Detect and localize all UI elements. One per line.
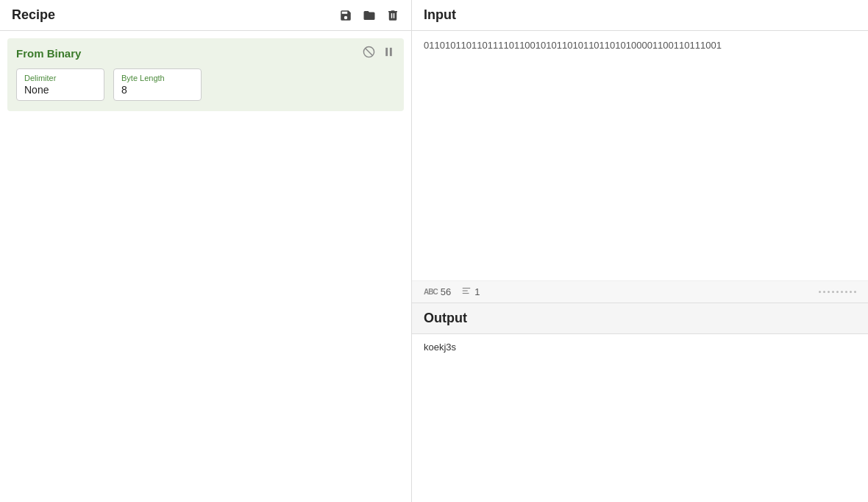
save-icon	[339, 9, 352, 22]
recipe-steps: From Binary	[0, 31, 411, 502]
input-header: Input	[412, 0, 868, 31]
dots-row	[819, 291, 856, 293]
dot	[836, 291, 839, 293]
dot	[854, 291, 856, 293]
output-value: koekj3s	[424, 342, 456, 353]
lines-icon	[461, 286, 472, 298]
step-title: From Binary	[16, 47, 81, 60]
dot	[841, 291, 843, 293]
step-card-header: From Binary	[16, 46, 395, 61]
byte-length-label: Byte Length	[121, 74, 193, 82]
right-panel: Input 0110101101101111011001010110101101…	[412, 0, 868, 502]
left-panel: Recipe	[0, 0, 412, 502]
dot	[832, 291, 834, 293]
svg-rect-2	[385, 48, 388, 56]
from-binary-step: From Binary	[7, 38, 404, 111]
delete-button[interactable]	[386, 9, 399, 22]
lines-stat: 1	[461, 286, 480, 298]
dot	[845, 291, 847, 293]
input-area[interactable]: 0110101101101111011001010110101101101010…	[412, 31, 868, 281]
save-button[interactable]	[339, 9, 352, 22]
delimiter-field[interactable]: Delimiter None	[16, 68, 104, 101]
input-value: 0110101101101111011001010110101101101010…	[424, 40, 722, 51]
lines-value: 1	[474, 286, 480, 297]
svg-line-1	[365, 48, 372, 55]
divider-dots	[490, 291, 856, 293]
disable-step-button[interactable]	[363, 46, 375, 61]
input-title: Input	[424, 7, 456, 22]
delimiter-label: Delimiter	[24, 74, 96, 82]
input-stats-bar: ABC 56 1	[412, 281, 868, 303]
byte-length-value: 8	[121, 84, 193, 96]
lines-svg-icon	[461, 286, 472, 296]
pause-step-button[interactable]	[383, 46, 395, 61]
length-value: 56	[441, 286, 451, 297]
type-stat: ABC 56	[424, 286, 451, 297]
step-card-actions	[363, 46, 395, 61]
trash-icon	[386, 9, 399, 22]
app-container: Recipe	[0, 0, 868, 502]
output-title: Output	[424, 311, 467, 325]
dot	[850, 291, 852, 293]
disable-icon	[363, 46, 375, 58]
recipe-header: Recipe	[0, 0, 411, 31]
step-fields: Delimiter None Byte Length 8	[16, 68, 395, 101]
byte-length-field[interactable]: Byte Length 8	[113, 68, 202, 101]
output-header: Output	[412, 303, 868, 334]
dot	[819, 291, 821, 293]
output-section: Output koekj3s	[412, 303, 868, 502]
recipe-title: Recipe	[12, 7, 55, 23]
type-icon: ABC	[424, 288, 438, 296]
svg-rect-3	[390, 48, 392, 56]
output-area[interactable]: koekj3s	[412, 334, 868, 502]
delimiter-value: None	[24, 84, 96, 96]
folder-icon	[363, 9, 376, 22]
dot	[828, 291, 830, 293]
open-button[interactable]	[363, 9, 376, 22]
recipe-toolbar	[339, 9, 399, 22]
dot	[823, 291, 825, 293]
pause-icon	[383, 46, 395, 58]
